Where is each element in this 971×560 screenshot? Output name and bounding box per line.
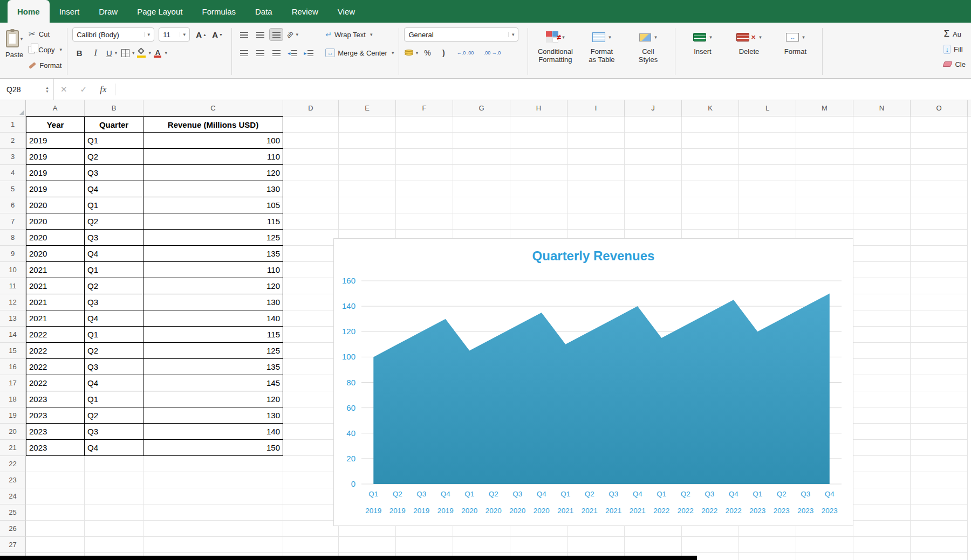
select-all-corner[interactable] xyxy=(0,100,26,116)
cell-O17[interactable] xyxy=(911,375,968,391)
cell-G27[interactable] xyxy=(453,537,510,553)
cell-L3[interactable] xyxy=(739,149,796,165)
cell-L4[interactable] xyxy=(739,165,796,181)
tab-review[interactable]: Review xyxy=(282,0,328,23)
decrease-font-size-button[interactable]: A▼ xyxy=(210,28,224,41)
cell-M28[interactable] xyxy=(796,553,853,560)
cell-N12[interactable] xyxy=(853,294,911,310)
cell-F7[interactable] xyxy=(396,213,453,230)
cell-A12[interactable]: 2021 xyxy=(26,294,85,310)
cell-A17[interactable]: 2022 xyxy=(26,375,85,391)
cell-B25[interactable] xyxy=(85,504,143,521)
row-header-12[interactable]: 12 xyxy=(0,294,26,310)
cell-C18[interactable]: 120 xyxy=(143,391,283,407)
cell-B24[interactable] xyxy=(85,488,143,504)
col-header-L[interactable]: L xyxy=(739,100,796,116)
insert-cells-caret[interactable]: ▾ xyxy=(709,34,712,40)
cell-O16[interactable] xyxy=(911,359,968,375)
cell-C23[interactable] xyxy=(143,472,283,488)
cell-A5[interactable]: 2019 xyxy=(26,181,85,197)
cell-O20[interactable] xyxy=(911,424,968,440)
cell-A8[interactable]: 2020 xyxy=(26,230,85,246)
cell-A24[interactable] xyxy=(26,488,85,504)
confirm-entry-icon[interactable]: ✓ xyxy=(80,85,87,94)
fill-color-caret[interactable]: ▾ xyxy=(148,50,151,56)
merge-center-caret[interactable]: ▾ xyxy=(392,50,394,56)
cell-I7[interactable] xyxy=(567,213,625,230)
conditional-formatting-caret[interactable]: ▾ xyxy=(562,34,565,40)
cell-A11[interactable]: 2021 xyxy=(26,278,85,294)
format-cells-caret[interactable]: ▾ xyxy=(802,34,805,40)
cell-A16[interactable]: 2022 xyxy=(26,359,85,375)
cell-C6[interactable]: 105 xyxy=(143,197,283,213)
cell-A23[interactable] xyxy=(26,472,85,488)
cell-B11[interactable]: Q2 xyxy=(85,278,143,294)
cell-A15[interactable]: 2022 xyxy=(26,343,85,359)
cell-I1[interactable] xyxy=(567,116,625,133)
cell-C25[interactable] xyxy=(143,504,283,521)
row-header-19[interactable]: 19 xyxy=(0,407,26,424)
increase-indent-button[interactable]: ▸ xyxy=(302,46,316,59)
cell-C15[interactable]: 125 xyxy=(143,343,283,359)
cell-O7[interactable] xyxy=(911,213,968,230)
cell-styles-caret[interactable]: ▾ xyxy=(654,34,657,40)
cell-G4[interactable] xyxy=(453,165,510,181)
cell-G2[interactable] xyxy=(453,133,510,149)
cell-O19[interactable] xyxy=(911,407,968,424)
wrap-text-caret[interactable]: ▾ xyxy=(370,32,373,37)
delete-cells-caret[interactable]: ▾ xyxy=(759,34,762,40)
insert-cells-button[interactable]: ▾ Insert xyxy=(680,27,724,56)
cell-N22[interactable] xyxy=(853,456,911,472)
cell-B5[interactable]: Q4 xyxy=(85,181,143,197)
row-header-8[interactable]: 8 xyxy=(0,230,26,246)
font-color-button[interactable]: A ▾ xyxy=(153,46,167,59)
cell-N8[interactable] xyxy=(853,230,911,246)
cell-N18[interactable] xyxy=(853,391,911,407)
cell-C16[interactable]: 135 xyxy=(143,359,283,375)
row-header-15[interactable]: 15 xyxy=(0,343,26,359)
cell-A19[interactable]: 2023 xyxy=(26,407,85,424)
cell-N24[interactable] xyxy=(853,488,911,504)
row-header-27[interactable]: 27 xyxy=(0,537,26,553)
cell-B1[interactable]: Quarter xyxy=(85,116,143,133)
row-header-6[interactable]: 6 xyxy=(0,197,26,213)
format-cells-button[interactable]: ↔ ▾ Format xyxy=(773,27,817,56)
cell-D21[interactable] xyxy=(283,440,339,456)
cell-J2[interactable] xyxy=(625,133,682,149)
font-size-select[interactable]: 11 ▾ xyxy=(159,27,190,42)
cell-A7[interactable]: 2020 xyxy=(26,213,85,230)
cell-N21[interactable] xyxy=(853,440,911,456)
cell-C12[interactable]: 130 xyxy=(143,294,283,310)
name-box[interactable]: Q28 ▲ ▼ xyxy=(0,79,54,100)
cell-E7[interactable] xyxy=(339,213,396,230)
cell-L6[interactable] xyxy=(739,197,796,213)
col-header-A[interactable]: A xyxy=(26,100,85,116)
cell-F2[interactable] xyxy=(396,133,453,149)
cell-A9[interactable]: 2020 xyxy=(26,246,85,262)
row-header-10[interactable]: 10 xyxy=(0,262,26,278)
cell-B2[interactable]: Q1 xyxy=(85,133,143,149)
cell-M27[interactable] xyxy=(796,537,853,553)
cell-E6[interactable] xyxy=(339,197,396,213)
cell-E4[interactable] xyxy=(339,165,396,181)
cell-C3[interactable]: 110 xyxy=(143,149,283,165)
cell-K27[interactable] xyxy=(682,537,739,553)
paste-dropdown-caret[interactable]: ▾ xyxy=(20,36,23,42)
cell-A2[interactable]: 2019 xyxy=(26,133,85,149)
tab-draw[interactable]: Draw xyxy=(89,0,127,23)
cell-N19[interactable] xyxy=(853,407,911,424)
cell-B9[interactable]: Q4 xyxy=(85,246,143,262)
cell-O13[interactable] xyxy=(911,310,968,327)
cell-I2[interactable] xyxy=(567,133,625,149)
cell-D20[interactable] xyxy=(283,424,339,440)
cell-K7[interactable] xyxy=(682,213,739,230)
font-name-select[interactable]: Calibri (Body) ▾ xyxy=(72,27,154,42)
cell-J7[interactable] xyxy=(625,213,682,230)
currency-button[interactable]: ▾ xyxy=(404,46,418,59)
row-header-22[interactable]: 22 xyxy=(0,456,26,472)
cell-E27[interactable] xyxy=(339,537,396,553)
col-header-F[interactable]: F xyxy=(396,100,453,116)
cell-O1[interactable] xyxy=(911,116,968,133)
cell-C17[interactable]: 145 xyxy=(143,375,283,391)
cell-B16[interactable]: Q3 xyxy=(85,359,143,375)
